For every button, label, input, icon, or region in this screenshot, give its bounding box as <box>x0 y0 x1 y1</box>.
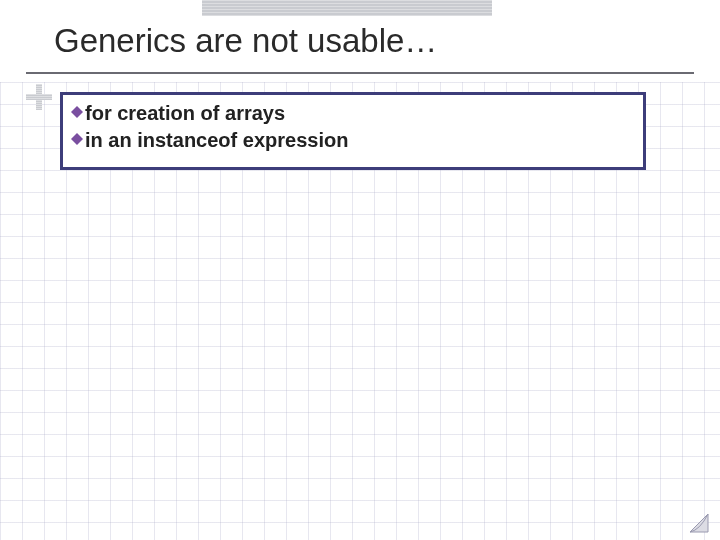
page-curl-icon <box>688 512 710 534</box>
content-box: for creation of arrays in an instanceof … <box>60 92 646 170</box>
diamond-bullet-icon <box>69 128 85 150</box>
bullet-text: for creation of arrays <box>85 101 285 126</box>
list-item: for creation of arrays <box>69 101 637 126</box>
svg-marker-1 <box>71 133 83 145</box>
top-decor-bar <box>202 0 492 16</box>
plus-accent-icon <box>26 84 52 110</box>
diamond-bullet-icon <box>69 101 85 123</box>
svg-marker-0 <box>71 106 83 118</box>
slide-title: Generics are not usable… <box>54 22 437 60</box>
list-item: in an instanceof expression <box>69 128 637 153</box>
title-underline <box>26 72 694 74</box>
slide: Generics are not usable… for creation of… <box>0 0 720 540</box>
bullet-text: in an instanceof expression <box>85 128 348 153</box>
